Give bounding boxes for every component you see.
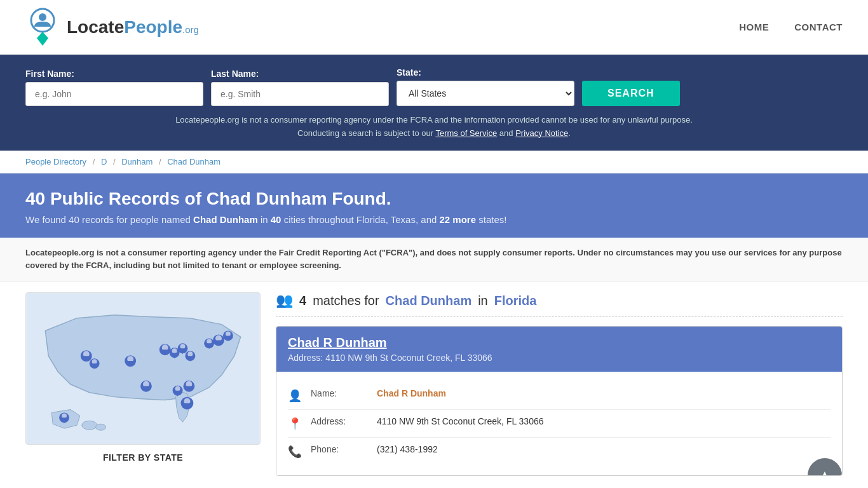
state-select[interactable]: All StatesAlabamaAlaskaArizonaArkansasCa… (397, 81, 574, 106)
breadcrumb: People Directory / D / Dunham / Chad Dun… (0, 151, 868, 173)
terms-of-service-link[interactable]: Terms of Service (435, 128, 497, 138)
map-pin-11 (81, 350, 92, 362)
name-row-value[interactable]: Chad R Dunham (377, 388, 446, 398)
matches-state: Florida (494, 294, 537, 308)
result-row-address: 📍 Address: 4110 NW 9th St Coconut Creek,… (288, 410, 831, 438)
search-disclaimer: Locatepeople.org is not a consumer repor… (25, 114, 843, 140)
search-row: First Name: Last Name: State: All States… (25, 67, 843, 106)
phone-row-icon: 📞 (288, 445, 302, 459)
address-row-value: 4110 NW 9th St Coconut Creek, FL 33066 (377, 416, 544, 426)
state-label: State: (397, 67, 574, 78)
name-row-label: Name: (311, 388, 368, 398)
svg-point-12 (207, 339, 212, 344)
last-name-input[interactable] (211, 82, 389, 106)
svg-point-9 (226, 332, 231, 337)
result-card-name[interactable]: Chad R Dunham (288, 336, 831, 350)
result-subtitle: We found 40 records for people named Cha… (25, 214, 843, 225)
site-header: LocatePeople.org HOME CONTACT (0, 0, 868, 55)
result-card: Chad R Dunham Address: 4110 NW 9th St Co… (276, 326, 843, 476)
svg-point-39 (92, 359, 97, 364)
phone-row-label: Phone: (311, 444, 368, 454)
main-content: FILTER BY STATE 👥 4 matches for Chad Dun… (0, 292, 868, 476)
svg-point-4 (96, 424, 106, 430)
matches-in: in (478, 294, 488, 308)
matches-header: 👥 4 matches for Chad Dunham in Florida (276, 292, 843, 317)
map-pin-10 (140, 381, 152, 392)
breadcrumb-d[interactable]: D (101, 157, 107, 166)
map-pin-4 (159, 344, 171, 356)
contact-nav-link[interactable]: CONTACT (794, 22, 843, 32)
state-field: State: All StatesAlabamaAlaskaArizonaArk… (397, 67, 574, 106)
main-nav: HOME CONTACT (739, 22, 843, 32)
result-card-body: 👤 Name: Chad R Dunham 📍 Address: 4110 NW… (276, 372, 842, 475)
address-row-icon: 📍 (288, 417, 302, 431)
result-header: 40 Public Records of Chad Dunham Found. … (0, 173, 868, 238)
matches-name: Chad Dunham (386, 294, 472, 308)
privacy-notice-link[interactable]: Privacy Notice (515, 128, 568, 138)
search-button[interactable]: SEARCH (582, 81, 680, 106)
results-area: 👥 4 matches for Chad Dunham in Florida C… (276, 292, 843, 476)
matches-count: 4 (299, 294, 306, 308)
map-pin-8 (183, 381, 194, 392)
breadcrumb-current: Chad Dunham (167, 157, 220, 166)
matches-person-icon: 👥 (276, 292, 293, 309)
logo-text: LocatePeople.org (67, 17, 199, 37)
svg-point-48 (62, 414, 67, 419)
fcra-notice: Locatepeople.org is not a consumer repor… (0, 238, 868, 283)
result-card-address-line: Address: 4110 NW 9th St Coconut Creek, F… (288, 353, 831, 363)
logo-area: LocatePeople.org (25, 6, 199, 48)
logo-icon (25, 6, 60, 48)
breadcrumb-people-dir[interactable]: People Directory (25, 157, 86, 166)
svg-point-3 (82, 421, 97, 430)
filter-by-state-label: FILTER BY STATE (25, 452, 261, 463)
breadcrumb-dunham[interactable]: Dunham (121, 157, 153, 166)
matches-for-text: matches for (313, 294, 379, 308)
svg-point-1 (39, 13, 46, 21)
us-map (26, 293, 260, 444)
phone-row-value: (321) 438-1992 (377, 444, 438, 454)
map-pin-13 (125, 355, 136, 367)
map-pin-14 (181, 397, 194, 410)
result-row-name: 👤 Name: Chad R Dunham (288, 382, 831, 410)
svg-point-18 (172, 348, 177, 353)
map-container (25, 292, 261, 445)
last-name-field: Last Name: (211, 69, 389, 106)
last-name-label: Last Name: (211, 69, 389, 79)
map-pin-1 (213, 335, 224, 346)
name-row-icon: 👤 (288, 389, 302, 403)
first-name-field: First Name: (25, 69, 203, 106)
svg-point-21 (180, 344, 186, 349)
result-title: 40 Public Records of Chad Dunham Found. (25, 189, 843, 209)
first-name-label: First Name: (25, 69, 203, 79)
sidebar: FILTER BY STATE (25, 292, 261, 476)
address-row-label: Address: (311, 416, 368, 426)
svg-point-24 (187, 351, 193, 356)
result-card-header[interactable]: Chad R Dunham Address: 4110 NW 9th St Co… (276, 327, 842, 372)
first-name-input[interactable] (25, 82, 203, 106)
svg-point-30 (175, 386, 180, 391)
home-nav-link[interactable]: HOME (739, 22, 769, 32)
search-section: First Name: Last Name: State: All States… (0, 55, 868, 151)
result-row-phone: 📞 Phone: (321) 438-1992 (288, 438, 831, 465)
